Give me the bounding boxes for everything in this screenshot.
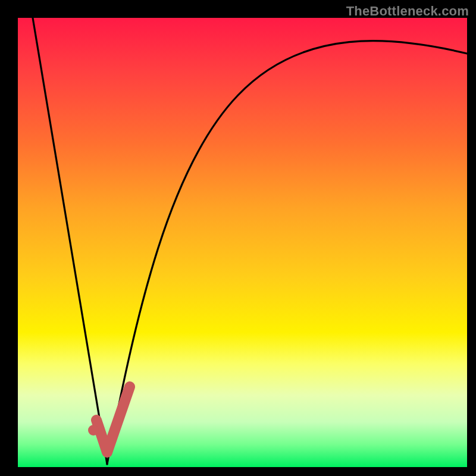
optimum-dot [88, 425, 99, 436]
optimum-check-mark [96, 387, 130, 452]
curve-left-branch [33, 18, 107, 464]
chart-svg [0, 0, 476, 476]
chart-frame: TheBottleneck.com [0, 0, 476, 476]
curve-right-branch [107, 41, 467, 464]
